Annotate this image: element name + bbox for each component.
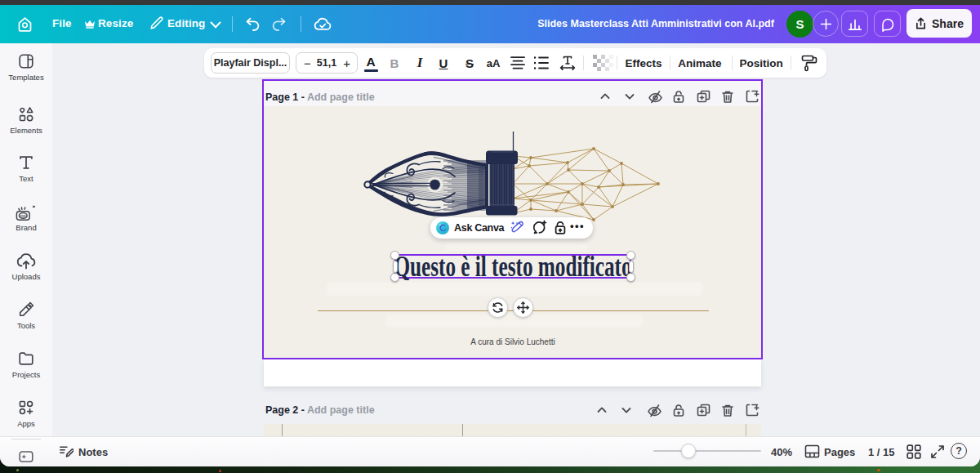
svg-text:co: co bbox=[20, 213, 26, 218]
